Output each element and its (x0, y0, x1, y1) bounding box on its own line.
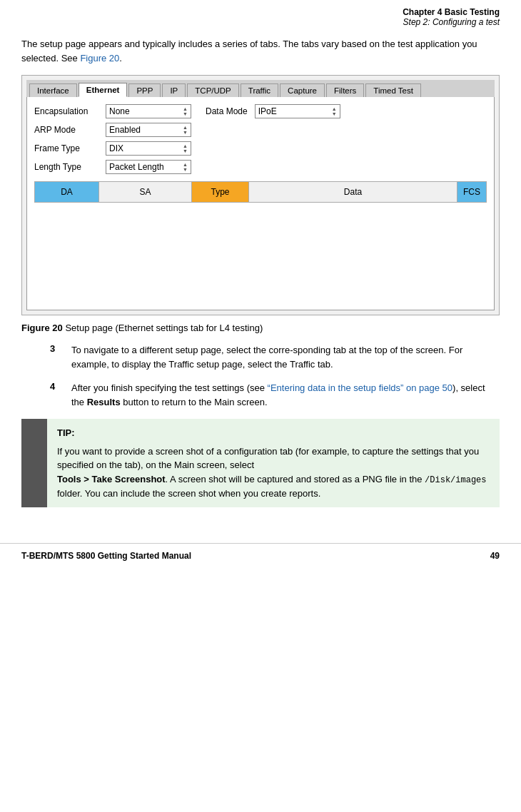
tab-capture[interactable]: Capture (280, 83, 325, 97)
length-type-select[interactable]: Packet Length ▲▼ (106, 160, 191, 174)
encapsulation-select[interactable]: None ▲▼ (106, 104, 191, 118)
results-bold: Results (87, 397, 121, 407)
frame-type-arrow-icon: ▲▼ (183, 143, 188, 153)
main-content: The setup page appears and typically inc… (0, 30, 521, 536)
tab-filters[interactable]: Filters (326, 83, 364, 97)
data-mode-select[interactable]: IPoE ▲▼ (255, 104, 340, 118)
encapsulation-label: Encapsulation (34, 106, 106, 116)
form-row-arp: ARP Mode Enabled ▲▼ (34, 123, 487, 137)
form-row-length-type: Length Type Packet Length ▲▼ (34, 160, 487, 174)
length-type-arrow-icon: ▲▼ (183, 162, 188, 172)
form-row-encapsulation: Encapsulation None ▲▼ Data Mode IPoE ▲▼ (34, 104, 487, 118)
tip-container: TIP: If you want to provide a screen sho… (21, 419, 500, 507)
packet-fcs: FCS (457, 182, 486, 202)
data-mode-label: Data Mode (206, 106, 248, 116)
tip-content: TIP: If you want to provide a screen sho… (47, 419, 500, 507)
tab-ethernet[interactable]: Ethernet (79, 83, 128, 97)
step-4-text: After you finish specifying the test set… (71, 381, 500, 409)
packet-da: DA (35, 182, 99, 202)
figure-link[interactable]: Figure 20 (80, 53, 119, 64)
step-3-text: To navigate to a different setup page, s… (71, 343, 500, 371)
packet-type: Type (192, 182, 249, 202)
length-type-value: Packet Length (109, 162, 178, 172)
tip-title: TIP: (57, 426, 490, 440)
entering-data-link[interactable]: “Entering data in the setup fields” on p… (268, 382, 452, 393)
frame-type-value: DIX (109, 143, 178, 153)
tab-ppp[interactable]: PPP (128, 83, 161, 97)
tab-tcpudp[interactable]: TCP/UDP (187, 83, 238, 97)
step-title: Step 2: Configuring a test (21, 17, 500, 27)
blank-area (34, 203, 487, 303)
figure-caption-text: Setup page (Ethernet settings tab for L4… (65, 323, 263, 333)
step-3-num: 3 (50, 343, 64, 371)
data-mode-value: IPoE (258, 106, 328, 116)
figure-box: Interface Ethernet PPP IP TCP/UDP Traffi… (21, 75, 500, 315)
frame-type-select[interactable]: DIX ▲▼ (106, 141, 191, 156)
footer-right: 49 (490, 551, 500, 561)
tip-tools-bold: Tools > Take Screenshot (57, 474, 166, 484)
arp-mode-select[interactable]: Enabled ▲▼ (106, 123, 191, 137)
step-3-block: 3 To navigate to a different setup page,… (21, 343, 500, 371)
encapsulation-arrow-icon: ▲▼ (183, 106, 188, 116)
form-area: Encapsulation None ▲▼ Data Mode IPoE ▲▼ … (26, 97, 495, 310)
length-type-label: Length Type (34, 162, 106, 172)
tab-traffic[interactable]: Traffic (241, 83, 278, 97)
tab-interface[interactable]: Interface (29, 83, 77, 97)
arp-mode-arrow-icon: ▲▼ (183, 125, 188, 135)
intro-text-end: . (119, 53, 122, 64)
page-footer: T-BERD/MTS 5800 Getting Started Manual 4… (0, 543, 521, 568)
tab-ip[interactable]: IP (162, 83, 186, 97)
intro-paragraph: The setup page appears and typically inc… (21, 37, 500, 65)
tab-timed-test[interactable]: Timed Test (365, 83, 421, 97)
encapsulation-value: None (109, 106, 178, 116)
figure-caption-bold: Figure 20 (21, 323, 63, 333)
tip-code: /Disk/images (425, 475, 486, 485)
footer-left: T-BERD/MTS 5800 Getting Started Manual (21, 551, 191, 561)
packet-data: Data (249, 182, 457, 202)
page-header: Chapter 4 Basic Testing Step 2: Configur… (0, 0, 521, 30)
step-4-block: 4 After you finish specifying the test s… (21, 381, 500, 409)
tip-sidebar-bar (21, 419, 47, 507)
form-row-frame-type: Frame Type DIX ▲▼ (34, 141, 487, 156)
step-4-num: 4 (50, 381, 64, 409)
figure-caption: Figure 20 Setup page (Ethernet settings … (21, 323, 500, 333)
tabs-row: Interface Ethernet PPP IP TCP/UDP Traffi… (26, 80, 495, 97)
packet-bar: DA SA Type Data FCS (34, 181, 487, 203)
tip-body: If you want to provide a screen shot of … (57, 445, 490, 501)
chapter-title: Chapter 4 Basic Testing (21, 7, 500, 17)
data-mode-arrow-icon: ▲▼ (332, 106, 337, 116)
arp-mode-label: ARP Mode (34, 125, 106, 135)
frame-type-label: Frame Type (34, 143, 106, 153)
packet-sa: SA (99, 182, 192, 202)
arp-mode-value: Enabled (109, 125, 178, 135)
